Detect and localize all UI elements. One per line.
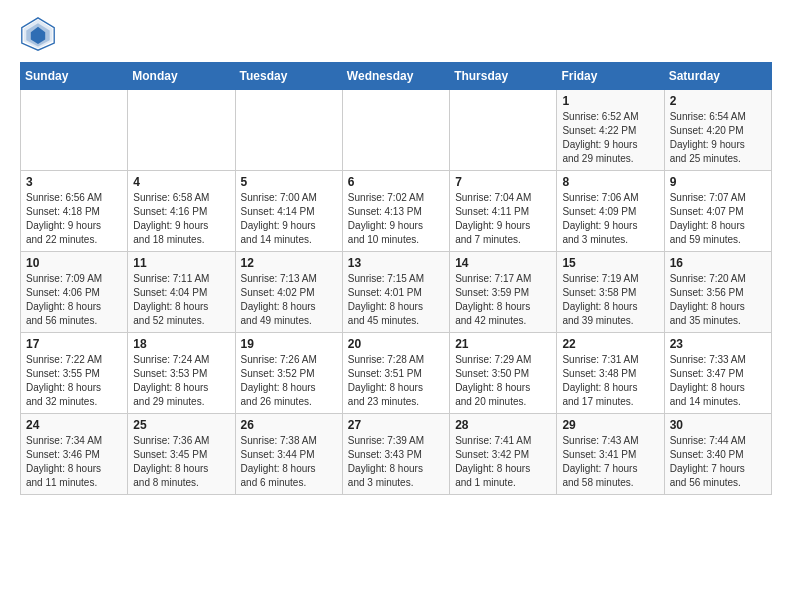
day-info: Sunrise: 6:54 AM Sunset: 4:20 PM Dayligh…: [670, 110, 766, 166]
day-number: 29: [562, 418, 658, 432]
day-number: 22: [562, 337, 658, 351]
logo-icon: [20, 16, 56, 52]
calendar-day-5: 5Sunrise: 7:00 AM Sunset: 4:14 PM Daylig…: [235, 171, 342, 252]
page: SundayMondayTuesdayWednesdayThursdayFrid…: [0, 0, 792, 612]
day-info: Sunrise: 7:02 AM Sunset: 4:13 PM Dayligh…: [348, 191, 444, 247]
day-info: Sunrise: 7:33 AM Sunset: 3:47 PM Dayligh…: [670, 353, 766, 409]
calendar-weekday-tuesday: Tuesday: [235, 63, 342, 90]
calendar-day-30: 30Sunrise: 7:44 AM Sunset: 3:40 PM Dayli…: [664, 414, 771, 495]
calendar-day-21: 21Sunrise: 7:29 AM Sunset: 3:50 PM Dayli…: [450, 333, 557, 414]
calendar-day-3: 3Sunrise: 6:56 AM Sunset: 4:18 PM Daylig…: [21, 171, 128, 252]
day-number: 26: [241, 418, 337, 432]
day-info: Sunrise: 7:06 AM Sunset: 4:09 PM Dayligh…: [562, 191, 658, 247]
calendar-weekday-saturday: Saturday: [664, 63, 771, 90]
calendar-week-4: 17Sunrise: 7:22 AM Sunset: 3:55 PM Dayli…: [21, 333, 772, 414]
day-info: Sunrise: 7:13 AM Sunset: 4:02 PM Dayligh…: [241, 272, 337, 328]
calendar-day-6: 6Sunrise: 7:02 AM Sunset: 4:13 PM Daylig…: [342, 171, 449, 252]
calendar-day-27: 27Sunrise: 7:39 AM Sunset: 3:43 PM Dayli…: [342, 414, 449, 495]
day-number: 28: [455, 418, 551, 432]
logo: [20, 16, 60, 52]
day-number: 17: [26, 337, 122, 351]
calendar-weekday-thursday: Thursday: [450, 63, 557, 90]
day-number: 3: [26, 175, 122, 189]
day-info: Sunrise: 6:52 AM Sunset: 4:22 PM Dayligh…: [562, 110, 658, 166]
day-number: 13: [348, 256, 444, 270]
day-info: Sunrise: 7:15 AM Sunset: 4:01 PM Dayligh…: [348, 272, 444, 328]
day-info: Sunrise: 7:29 AM Sunset: 3:50 PM Dayligh…: [455, 353, 551, 409]
calendar-day-14: 14Sunrise: 7:17 AM Sunset: 3:59 PM Dayli…: [450, 252, 557, 333]
calendar-weekday-monday: Monday: [128, 63, 235, 90]
calendar-weekday-wednesday: Wednesday: [342, 63, 449, 90]
calendar-week-1: 1Sunrise: 6:52 AM Sunset: 4:22 PM Daylig…: [21, 90, 772, 171]
day-number: 14: [455, 256, 551, 270]
day-number: 6: [348, 175, 444, 189]
day-number: 15: [562, 256, 658, 270]
calendar-day-13: 13Sunrise: 7:15 AM Sunset: 4:01 PM Dayli…: [342, 252, 449, 333]
day-info: Sunrise: 7:31 AM Sunset: 3:48 PM Dayligh…: [562, 353, 658, 409]
calendar-day-12: 12Sunrise: 7:13 AM Sunset: 4:02 PM Dayli…: [235, 252, 342, 333]
day-info: Sunrise: 7:28 AM Sunset: 3:51 PM Dayligh…: [348, 353, 444, 409]
day-info: Sunrise: 6:56 AM Sunset: 4:18 PM Dayligh…: [26, 191, 122, 247]
calendar-weekday-sunday: Sunday: [21, 63, 128, 90]
calendar-day-25: 25Sunrise: 7:36 AM Sunset: 3:45 PM Dayli…: [128, 414, 235, 495]
day-info: Sunrise: 7:43 AM Sunset: 3:41 PM Dayligh…: [562, 434, 658, 490]
calendar-day-28: 28Sunrise: 7:41 AM Sunset: 3:42 PM Dayli…: [450, 414, 557, 495]
day-info: Sunrise: 7:20 AM Sunset: 3:56 PM Dayligh…: [670, 272, 766, 328]
day-number: 25: [133, 418, 229, 432]
calendar-day-8: 8Sunrise: 7:06 AM Sunset: 4:09 PM Daylig…: [557, 171, 664, 252]
calendar-week-2: 3Sunrise: 6:56 AM Sunset: 4:18 PM Daylig…: [21, 171, 772, 252]
calendar-day-17: 17Sunrise: 7:22 AM Sunset: 3:55 PM Dayli…: [21, 333, 128, 414]
day-number: 7: [455, 175, 551, 189]
calendar-day-22: 22Sunrise: 7:31 AM Sunset: 3:48 PM Dayli…: [557, 333, 664, 414]
day-info: Sunrise: 7:38 AM Sunset: 3:44 PM Dayligh…: [241, 434, 337, 490]
calendar-day-15: 15Sunrise: 7:19 AM Sunset: 3:58 PM Dayli…: [557, 252, 664, 333]
day-number: 21: [455, 337, 551, 351]
calendar-header-row: SundayMondayTuesdayWednesdayThursdayFrid…: [21, 63, 772, 90]
day-info: Sunrise: 7:17 AM Sunset: 3:59 PM Dayligh…: [455, 272, 551, 328]
day-info: Sunrise: 7:09 AM Sunset: 4:06 PM Dayligh…: [26, 272, 122, 328]
calendar-weekday-friday: Friday: [557, 63, 664, 90]
calendar-empty-cell: [450, 90, 557, 171]
day-number: 2: [670, 94, 766, 108]
day-number: 9: [670, 175, 766, 189]
day-info: Sunrise: 7:41 AM Sunset: 3:42 PM Dayligh…: [455, 434, 551, 490]
day-info: Sunrise: 7:34 AM Sunset: 3:46 PM Dayligh…: [26, 434, 122, 490]
calendar-day-9: 9Sunrise: 7:07 AM Sunset: 4:07 PM Daylig…: [664, 171, 771, 252]
day-number: 30: [670, 418, 766, 432]
day-number: 18: [133, 337, 229, 351]
calendar-empty-cell: [342, 90, 449, 171]
calendar-day-10: 10Sunrise: 7:09 AM Sunset: 4:06 PM Dayli…: [21, 252, 128, 333]
day-info: Sunrise: 7:44 AM Sunset: 3:40 PM Dayligh…: [670, 434, 766, 490]
calendar-day-18: 18Sunrise: 7:24 AM Sunset: 3:53 PM Dayli…: [128, 333, 235, 414]
day-info: Sunrise: 7:11 AM Sunset: 4:04 PM Dayligh…: [133, 272, 229, 328]
day-number: 11: [133, 256, 229, 270]
calendar-week-3: 10Sunrise: 7:09 AM Sunset: 4:06 PM Dayli…: [21, 252, 772, 333]
header: [20, 16, 772, 52]
day-number: 12: [241, 256, 337, 270]
calendar-empty-cell: [128, 90, 235, 171]
calendar-week-5: 24Sunrise: 7:34 AM Sunset: 3:46 PM Dayli…: [21, 414, 772, 495]
day-number: 20: [348, 337, 444, 351]
day-info: Sunrise: 7:07 AM Sunset: 4:07 PM Dayligh…: [670, 191, 766, 247]
day-info: Sunrise: 7:26 AM Sunset: 3:52 PM Dayligh…: [241, 353, 337, 409]
day-number: 1: [562, 94, 658, 108]
day-number: 8: [562, 175, 658, 189]
day-number: 16: [670, 256, 766, 270]
day-info: Sunrise: 6:58 AM Sunset: 4:16 PM Dayligh…: [133, 191, 229, 247]
day-info: Sunrise: 7:22 AM Sunset: 3:55 PM Dayligh…: [26, 353, 122, 409]
calendar-day-1: 1Sunrise: 6:52 AM Sunset: 4:22 PM Daylig…: [557, 90, 664, 171]
day-info: Sunrise: 7:39 AM Sunset: 3:43 PM Dayligh…: [348, 434, 444, 490]
day-number: 5: [241, 175, 337, 189]
calendar-empty-cell: [235, 90, 342, 171]
calendar-day-26: 26Sunrise: 7:38 AM Sunset: 3:44 PM Dayli…: [235, 414, 342, 495]
calendar-day-11: 11Sunrise: 7:11 AM Sunset: 4:04 PM Dayli…: [128, 252, 235, 333]
day-number: 4: [133, 175, 229, 189]
day-number: 10: [26, 256, 122, 270]
calendar-day-2: 2Sunrise: 6:54 AM Sunset: 4:20 PM Daylig…: [664, 90, 771, 171]
calendar-day-29: 29Sunrise: 7:43 AM Sunset: 3:41 PM Dayli…: [557, 414, 664, 495]
day-info: Sunrise: 7:04 AM Sunset: 4:11 PM Dayligh…: [455, 191, 551, 247]
day-number: 24: [26, 418, 122, 432]
calendar-day-24: 24Sunrise: 7:34 AM Sunset: 3:46 PM Dayli…: [21, 414, 128, 495]
calendar-day-16: 16Sunrise: 7:20 AM Sunset: 3:56 PM Dayli…: [664, 252, 771, 333]
day-info: Sunrise: 7:36 AM Sunset: 3:45 PM Dayligh…: [133, 434, 229, 490]
